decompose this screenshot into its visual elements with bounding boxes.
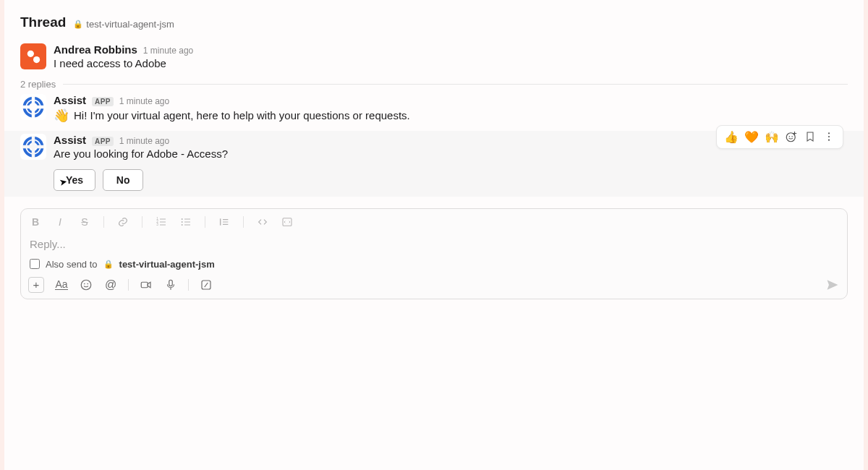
svg-point-22 <box>182 224 183 226</box>
message-author[interactable]: Andrea Robbins <box>54 43 137 56</box>
italic-icon[interactable]: I <box>54 216 66 228</box>
svg-point-0 <box>27 51 34 57</box>
avatar[interactable] <box>20 43 46 69</box>
add-reaction-icon[interactable] <box>785 130 798 143</box>
svg-rect-10 <box>22 145 44 149</box>
thread-header: Thread 🔒 test-virtual-agent-jsm <box>4 14 864 40</box>
video-icon[interactable] <box>139 278 153 292</box>
code-icon[interactable] <box>257 216 268 228</box>
message-hover-actions: 👍 🧡 🙌 <box>716 125 843 149</box>
reaction-heart[interactable]: 🧡 <box>744 130 759 144</box>
bold-icon[interactable]: B <box>30 216 41 228</box>
attach-button[interactable]: + <box>28 277 44 293</box>
reply-message: Assist APP 1 minute ago Are you looking … <box>4 131 864 197</box>
shortcut-icon[interactable] <box>199 278 213 292</box>
svg-point-15 <box>828 136 830 137</box>
more-actions-icon[interactable] <box>822 130 835 143</box>
svg-point-20 <box>182 218 183 220</box>
format-toolbar: B I S 123 <box>28 213 840 234</box>
codeblock-icon[interactable] <box>281 216 293 228</box>
yes-button[interactable]: Yes <box>54 169 95 191</box>
wave-emoji: 👋 <box>54 106 69 125</box>
lock-icon: 🔒 <box>73 20 83 29</box>
thread-title: Thread <box>20 14 66 30</box>
message-timestamp[interactable]: 1 minute ago <box>143 46 193 56</box>
bullet-list-icon[interactable] <box>180 216 192 228</box>
svg-point-12 <box>789 136 791 137</box>
svg-point-26 <box>87 283 88 284</box>
also-send-channel: test-virtual-agent-jsm <box>119 259 215 270</box>
thread-channel-name: test-virtual-agent-jsm <box>86 19 174 30</box>
reaction-hands[interactable]: 🙌 <box>765 130 779 144</box>
svg-text:3: 3 <box>156 223 158 226</box>
avatar[interactable] <box>20 134 46 160</box>
svg-rect-27 <box>141 282 148 288</box>
lock-icon: 🔒 <box>103 260 114 269</box>
svg-rect-5 <box>22 106 44 109</box>
svg-point-24 <box>81 280 91 290</box>
mention-icon[interactable]: @ <box>103 278 118 292</box>
assist-icon <box>22 136 44 158</box>
svg-point-14 <box>828 133 830 134</box>
ordered-list-icon[interactable]: 123 <box>156 216 167 228</box>
assist-icon <box>22 96 44 118</box>
no-button[interactable]: No <box>103 169 143 191</box>
svg-point-1 <box>33 56 40 63</box>
message-author[interactable]: Assist <box>54 134 86 146</box>
message-timestamp[interactable]: 1 minute ago <box>119 136 169 146</box>
svg-point-11 <box>786 133 795 142</box>
svg-rect-28 <box>169 280 173 286</box>
person-icon <box>25 48 41 64</box>
original-message: Andrea Robbins 1 minute ago I need acces… <box>4 40 864 77</box>
message-timestamp[interactable]: 1 minute ago <box>119 96 169 106</box>
reaction-thumbsup[interactable]: 👍 <box>724 130 739 144</box>
mic-icon[interactable] <box>163 278 178 292</box>
app-badge: APP <box>92 137 114 146</box>
also-send-checkbox[interactable] <box>30 259 40 269</box>
avatar[interactable] <box>20 94 46 120</box>
svg-point-16 <box>828 140 830 141</box>
thread-channel[interactable]: 🔒 test-virtual-agent-jsm <box>73 19 174 30</box>
emoji-picker-icon[interactable] <box>79 278 93 292</box>
bookmark-icon[interactable] <box>804 130 817 143</box>
message-author[interactable]: Assist <box>54 94 86 106</box>
reply-composer: B I S 123 <box>20 208 848 299</box>
app-badge: APP <box>92 97 114 106</box>
also-send-label: Also send to <box>46 259 98 270</box>
replies-separator: 2 replies <box>4 77 864 91</box>
svg-point-21 <box>182 221 183 223</box>
svg-point-25 <box>84 283 85 284</box>
strike-icon[interactable]: S <box>79 216 90 228</box>
svg-point-13 <box>791 136 793 137</box>
also-send-row: Also send to 🔒 test-virtual-agent-jsm <box>28 257 840 275</box>
blockquote-icon[interactable] <box>218 216 230 228</box>
text-format-icon[interactable]: Aa <box>54 278 69 292</box>
replies-count: 2 replies <box>20 79 56 90</box>
message-text: I need access to Adobe <box>54 56 848 72</box>
reply-input[interactable] <box>28 234 840 257</box>
send-button[interactable] <box>825 278 840 292</box>
link-icon[interactable] <box>117 216 129 228</box>
message-text: 👋 Hi! I'm your virtual agent, here to he… <box>54 106 848 125</box>
